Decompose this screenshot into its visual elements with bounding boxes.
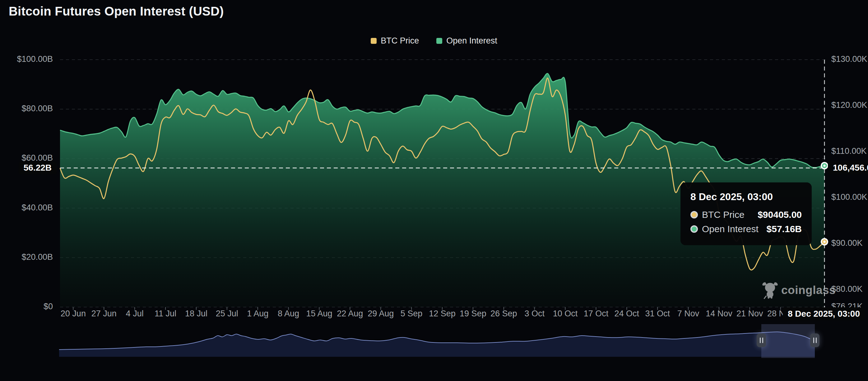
axis-tick-label: $100.00B: [0, 55, 53, 64]
x-axis-label: 4 Jul: [126, 309, 144, 318]
tooltip-row-btc-price: BTC Price $90405.00: [690, 209, 802, 220]
crosshair-price-badge: 106,456.07: [828, 161, 868, 174]
x-axis-label: 27 Jun: [91, 309, 117, 318]
axis-tick-label: $130.00K: [831, 55, 867, 64]
x-axis-label: 18 Jul: [185, 309, 208, 318]
axis-tick-label: $110.00K: [831, 146, 867, 156]
coinglass-bull-icon: [762, 282, 778, 299]
axis-tick-label: $90.00K: [831, 238, 863, 248]
axis-tick-label: $40.00B: [0, 203, 53, 213]
x-axis-label: 19 Sep: [460, 309, 487, 318]
x-axis-label: 17 Oct: [584, 309, 609, 318]
btc-price-dot-icon: [690, 211, 698, 218]
tooltip-value: $57.16B: [767, 224, 802, 234]
x-axis-label: 11 Jul: [155, 309, 176, 318]
navigator-right-handle[interactable]: [810, 334, 819, 347]
x-axis-label: 1 Aug: [247, 309, 269, 318]
x-axis-label: 5 Sep: [401, 309, 423, 318]
axis-tick-label: $20.00B: [0, 252, 53, 262]
x-axis-label: 7 Nov: [677, 309, 700, 318]
chart-tooltip: 8 Dec 2025, 03:00 BTC Price $90405.00 Op…: [680, 182, 812, 245]
watermark-text: coinglass: [781, 284, 836, 297]
x-axis-label: 22 Aug: [337, 309, 363, 318]
coinglass-chart-page: Bitcoin Futures Open Interest (USD) BTC …: [0, 0, 868, 381]
navigator-selection[interactable]: [761, 324, 815, 358]
x-axis-label: 10 Oct: [553, 309, 578, 318]
axis-tick-label: $0: [0, 302, 53, 311]
axis-tick-label: $120.00K: [831, 100, 867, 110]
navigator-area: [59, 332, 815, 357]
tooltip-label: BTC Price: [702, 209, 753, 220]
x-axis-label: 8 Aug: [278, 309, 299, 318]
coinglass-watermark: coinglass: [762, 282, 836, 299]
tooltip-value: $90405.00: [757, 209, 802, 220]
tooltip-date: 8 Dec 2025, 03:00: [690, 191, 802, 203]
x-axis-label: 14 Nov: [706, 309, 733, 318]
axis-tick-label: $100.00K: [831, 193, 867, 202]
x-axis-label: 20 Jun: [61, 309, 86, 318]
btc-price-marker-dot: [823, 241, 826, 243]
x-axis-label: 15 Aug: [306, 309, 332, 318]
x-axis-label: 31 Oct: [645, 309, 670, 318]
crosshair-oi-badge: 56.22B: [19, 161, 57, 174]
crosshair-date-badge: 8 Dec 2025, 03:00: [783, 307, 865, 320]
x-axis-label: 29 Aug: [368, 309, 394, 318]
navigator-left-handle[interactable]: [757, 334, 766, 347]
x-axis-label: 24 Oct: [615, 309, 640, 318]
axis-tick-label: $80.00B: [0, 104, 53, 113]
x-axis-label: 26 Sep: [491, 309, 517, 318]
tooltip-label: Open Interest: [702, 224, 763, 234]
x-axis-label: 12 Sep: [429, 309, 456, 318]
axis-tick-label: $80.00K: [831, 284, 863, 294]
x-axis-label: 3 Oct: [524, 309, 545, 318]
x-axis-label: 21 Nov: [737, 309, 763, 318]
open-interest-dot-icon: [690, 225, 698, 233]
tooltip-row-open-interest: Open Interest $57.16B: [690, 224, 802, 234]
x-axis-label: 25 Jul: [216, 309, 238, 318]
open-interest-marker-dot: [823, 164, 826, 167]
